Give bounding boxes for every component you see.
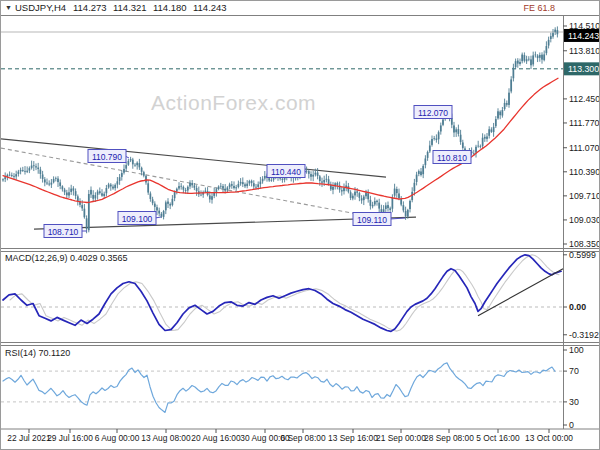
axis-tick-label: 113.300 <box>568 64 599 74</box>
axis-tick-label: 22 Jul 2021 <box>7 433 51 443</box>
quote-close: 114.243 <box>193 2 227 13</box>
quote-high: 114.321 <box>113 2 147 13</box>
axis-tick-label: 111.770 <box>569 118 600 128</box>
axis-tick-label: 110.440 <box>271 167 301 177</box>
axis-tick-label: 13 Oct 00:00 <box>525 433 573 443</box>
trendline-0[interactable] <box>1 139 386 177</box>
axis-tick-label: 21 Sep 00:00 <box>376 433 426 443</box>
axis-tick-label: 20 Aug 16:00 <box>191 433 241 443</box>
axis-tick-label: 108.710 <box>48 227 79 237</box>
axis-tick-label: 0 <box>569 420 574 430</box>
chart-canvas[interactable]: 110.790108.710109.100110.440109.110112.0… <box>1 1 600 450</box>
axis-tick-label: 109.100 <box>122 214 153 224</box>
axis-tick-label: 13 Aug 08:00 <box>141 433 191 443</box>
axis-tick-label: 112.450 <box>569 94 600 104</box>
moving-average-line <box>3 78 558 202</box>
axis-tick-label: 109.030 <box>569 215 600 225</box>
axis-tick-label: 0.00 <box>569 302 586 312</box>
axis-tick-label: 29 Jul 16:00 <box>47 433 93 443</box>
axis-tick-label: 0.5999 <box>569 250 596 260</box>
instrument-label: USDJPY,H4 <box>15 2 66 13</box>
rsi-line <box>3 363 555 413</box>
axis-tick-label: 100 <box>569 345 584 355</box>
quote-header-bar: ▼ USDJPY,H4 114.273 114.321 114.180 114.… <box>1 1 599 16</box>
axis-tick-label: 108.350 <box>569 239 600 249</box>
axis-tick-label: 28 Sep 08:00 <box>424 433 474 443</box>
axis-tick-label: 6 Aug 00:00 <box>95 433 140 443</box>
axis-tick-label: 110.810 <box>437 153 467 163</box>
axis-tick-label: 109.710 <box>569 191 600 201</box>
fibonacci-extension-label: FE 61.8 <box>523 3 555 13</box>
axis-tick-label: 113.810 <box>569 46 600 56</box>
symbol-dropdown-icon[interactable]: ▼ <box>5 4 12 11</box>
axis-tick-label: 30 <box>569 397 579 407</box>
chart-window: ▼ USDJPY,H4 114.273 114.321 114.180 114.… <box>0 0 600 450</box>
macd-indicator-label: MACD(12,26,9) 0.4029 0.3565 <box>5 253 128 263</box>
axis-tick-label: -0.3192 <box>569 330 599 340</box>
axis-tick-label: 13 Sep 16:00 <box>328 433 378 443</box>
axis-tick-label: 110.790 <box>92 152 122 162</box>
macd-main-line <box>3 255 561 332</box>
axis-tick-label: 5 Oct 16:00 <box>476 433 520 443</box>
axis-tick-label: 6 Sep 08:00 <box>280 433 326 443</box>
axis-tick-label: 70 <box>569 366 579 376</box>
axis-tick-label: 111.070 <box>569 143 600 153</box>
axis-tick-label: 112.070 <box>418 108 448 118</box>
quote-open: 114.273 <box>73 2 107 13</box>
quote-low: 114.180 <box>153 2 187 13</box>
axis-tick-label: 110.390 <box>569 167 600 177</box>
rsi-indicator-label: RSI(14) 70.1120 <box>5 348 70 358</box>
axis-tick-label: 114.243 <box>568 31 599 41</box>
axis-tick-label: 109.110 <box>357 215 387 225</box>
